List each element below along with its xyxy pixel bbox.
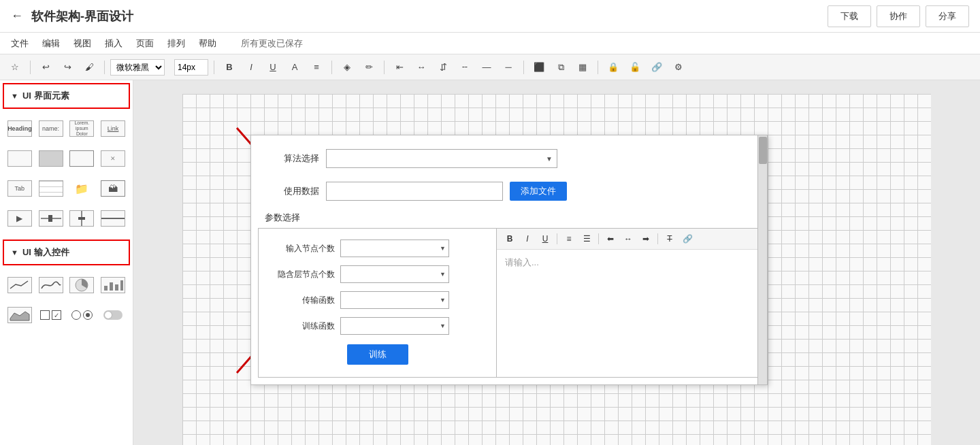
toolbar-line-end[interactable]: ─ xyxy=(499,59,518,76)
sidebar-item-image[interactable]: 🏔 xyxy=(99,176,127,203)
collaborate-button[interactable]: 协作 xyxy=(877,5,920,27)
back-button[interactable]: ← xyxy=(11,9,23,23)
rich-align-right[interactable]: ➡ xyxy=(638,231,653,246)
sidebar-item-radio[interactable] xyxy=(68,302,97,329)
menu-insert[interactable]: 插入 xyxy=(105,37,122,50)
sidebar-item-area-chart[interactable] xyxy=(5,302,34,329)
train-func-select[interactable] xyxy=(340,317,449,335)
toolbar-link[interactable]: 🔗 xyxy=(647,59,666,76)
dialog-scrollbar[interactable] xyxy=(757,135,767,384)
sidebar-section-ui-elements[interactable]: ▼ UI 界面元素 xyxy=(3,83,130,109)
toolbar-line-color[interactable]: ✏ xyxy=(359,59,378,76)
rich-italic[interactable]: I xyxy=(520,231,535,246)
toolbar-underline[interactable]: U xyxy=(263,59,282,76)
sidebar-item-checkbox[interactable]: ✓ xyxy=(37,302,65,329)
rich-align-center[interactable]: ↔ xyxy=(621,231,636,246)
toolbar-format-paint[interactable]: 🖌 xyxy=(80,59,99,76)
add-file-button[interactable]: 添加文件 xyxy=(510,182,567,201)
sidebar-item-pie-chart[interactable] xyxy=(68,272,97,299)
sidebar-item-sticky[interactable] xyxy=(5,146,34,173)
menu-view[interactable]: 视图 xyxy=(74,37,91,50)
toolbar-to-front[interactable]: ⬛ xyxy=(529,59,549,76)
share-button[interactable]: 分享 xyxy=(926,5,969,27)
transfer-func-label: 传输函数 xyxy=(267,295,335,306)
input-nodes-select-input[interactable] xyxy=(341,240,448,257)
sidebar-item-bar-chart[interactable] xyxy=(99,272,127,299)
toolbar: ☆ ↩ ↪ 🖌 微软雅黑 B I U A ≡ ◈ ✏ ⇤ ↔ ⇵ ╌ — ─ ⬛… xyxy=(0,54,980,80)
rich-align-left[interactable]: ⬅ xyxy=(603,231,618,246)
canvas-area[interactable]: 算法选择 使用数据 添加文件 参数选择 xyxy=(133,80,980,445)
toolbar-fill[interactable]: ◈ xyxy=(338,59,357,76)
toolbar-lock[interactable]: 🔒 xyxy=(604,59,623,76)
sidebar-item-table[interactable] xyxy=(37,176,65,203)
toolbar-valign[interactable]: ⇵ xyxy=(434,59,453,76)
input-nodes-select[interactable] xyxy=(340,240,449,257)
sidebar-item-line[interactable] xyxy=(99,205,127,233)
hidden-nodes-select[interactable] xyxy=(340,265,449,283)
toolbar-font-color[interactable]: A xyxy=(285,59,304,76)
menu-page[interactable]: 页面 xyxy=(136,37,154,50)
toolbar-line-mid[interactable]: — xyxy=(477,59,496,76)
transfer-func-select-input[interactable] xyxy=(341,292,448,308)
menu-edit[interactable]: 编辑 xyxy=(42,37,60,50)
lorem-icon: Lorem.ipsumDolor xyxy=(69,120,94,137)
heading-icon: Heading xyxy=(7,120,32,137)
toolbar-copy-style[interactable]: ⧉ xyxy=(551,59,570,76)
rich-underline[interactable]: U xyxy=(538,231,553,246)
menu-arrange[interactable]: 排列 xyxy=(167,37,185,50)
sidebar-item-toggle[interactable] xyxy=(99,302,127,329)
toolbar-redo[interactable]: ↪ xyxy=(58,59,77,76)
rich-content-placeholder[interactable]: 请输入... xyxy=(497,250,760,377)
section-arrow-2: ▼ xyxy=(11,248,18,257)
scrollbar-thumb[interactable] xyxy=(759,137,767,164)
app-title: 软件架构-界面设计 xyxy=(31,8,828,24)
rich-unordered-list[interactable]: ☰ xyxy=(579,231,594,246)
toolbar-undo[interactable]: ↩ xyxy=(36,59,55,76)
area-chart-icon xyxy=(7,307,32,323)
toolbar-halign-left[interactable]: ⇤ xyxy=(390,59,409,76)
sidebar-item-button[interactable] xyxy=(37,146,65,173)
sidebar-item-tab[interactable]: Tab xyxy=(5,176,34,203)
svg-rect-1 xyxy=(104,286,108,291)
algorithm-select[interactable] xyxy=(326,149,557,168)
canvas-inner: 算法选择 使用数据 添加文件 参数选择 xyxy=(182,94,931,445)
sidebar-item-video[interactable]: ▶ xyxy=(5,205,34,233)
sidebar-item-lorem[interactable]: Lorem.ipsumDolor xyxy=(68,116,97,143)
sidebar-item-text[interactable]: name: xyxy=(37,116,65,143)
toolbar-pin[interactable]: ☆ xyxy=(5,59,24,76)
toolbar-align[interactable]: ≡ xyxy=(307,59,326,76)
toolbar-extra[interactable]: ⚙ xyxy=(669,59,688,76)
font-size-input[interactable] xyxy=(174,59,208,76)
menu-file[interactable]: 文件 xyxy=(11,37,29,50)
toolbar-unlock[interactable]: 🔓 xyxy=(625,59,644,76)
sidebar-item-heading[interactable]: Heading xyxy=(5,116,34,143)
data-input[interactable] xyxy=(326,182,503,201)
sidebar-item-line-chart[interactable] xyxy=(5,272,34,299)
data-row: 使用数据 添加文件 xyxy=(251,175,767,208)
train-func-select-input[interactable] xyxy=(341,318,448,334)
sidebar-item-slider-h[interactable] xyxy=(37,205,65,233)
toolbar-bold[interactable]: B xyxy=(220,59,239,76)
hidden-nodes-select-input[interactable] xyxy=(341,266,448,282)
rich-strikethrough[interactable]: T xyxy=(662,231,677,246)
rich-ordered-list[interactable]: ≡ xyxy=(561,231,576,246)
sidebar-section-ui-inputs[interactable]: ▼ UI 输入控件 xyxy=(3,240,130,265)
sidebar-item-narrow-input[interactable]: ✕ xyxy=(99,146,127,173)
rich-link[interactable]: 🔗 xyxy=(680,231,695,246)
download-button[interactable]: 下载 xyxy=(828,5,871,27)
sidebar-item-curve-chart[interactable] xyxy=(37,272,65,299)
font-family-select[interactable]: 微软雅黑 xyxy=(110,59,165,76)
sidebar-item-slider-v[interactable] xyxy=(68,205,97,233)
toolbar-group[interactable]: ▦ xyxy=(573,59,592,76)
train-button[interactable]: 训练 xyxy=(347,344,408,365)
menu-help[interactable]: 帮助 xyxy=(199,37,216,50)
sidebar-item-folder[interactable]: 📁 xyxy=(68,176,97,203)
sidebar-item-link[interactable]: Link xyxy=(99,116,127,143)
toolbar-halign-center[interactable]: ↔ xyxy=(412,59,431,76)
sidebar-item-wide-input[interactable] xyxy=(68,146,97,173)
transfer-func-select[interactable] xyxy=(340,291,449,309)
toolbar-line-start[interactable]: ╌ xyxy=(455,59,474,76)
toolbar-italic[interactable]: I xyxy=(242,59,261,76)
rich-bold[interactable]: B xyxy=(502,231,517,246)
algorithm-select-input[interactable] xyxy=(327,150,557,167)
